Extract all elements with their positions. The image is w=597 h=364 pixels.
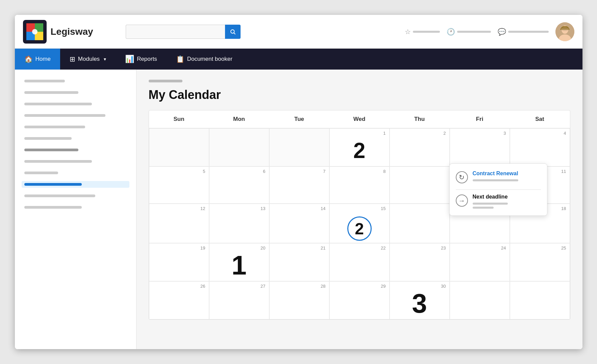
cal-cell-fri-3[interactable]: 3 <box>450 128 510 166</box>
sidebar-item-10[interactable] <box>22 181 129 188</box>
contract-renewal-link[interactable]: Contract Renewal <box>473 171 518 176</box>
sidebar-item-8[interactable] <box>22 158 129 165</box>
cal-cell-wed-15[interactable]: 15 2 <box>329 204 390 243</box>
sidebar-item-3[interactable] <box>22 101 129 107</box>
calendar-tooltip: ↻ Contract Renewal → Next deadlin <box>449 163 547 216</box>
cal-date-27: 27 <box>213 284 266 289</box>
cal-cell-mon-20[interactable]: 20 1 <box>209 243 269 281</box>
cal-date-8: 8 <box>333 169 386 174</box>
svg-point-5 <box>231 30 234 33</box>
calendar-row-2: 5 6 7 8 ↻ <box>149 166 570 204</box>
nav-document-booker[interactable]: 📋 Document booker <box>167 49 242 70</box>
home-icon: 🏠 <box>24 55 33 63</box>
cal-cell-wed-22[interactable]: 22 <box>329 243 390 281</box>
calendar-title: My Calendar <box>149 88 570 102</box>
cal-cell-sat-4[interactable]: 4 <box>510 128 570 166</box>
cal-date-19: 19 <box>153 245 205 251</box>
tooltip-line-1 <box>473 179 518 181</box>
calendar-row-1: 1 2 2 3 4 <box>149 128 570 166</box>
cal-date-3: 3 <box>453 131 506 136</box>
reports-icon: 📊 <box>125 55 134 63</box>
sidebar <box>15 70 136 349</box>
sidebar-item-4[interactable] <box>22 112 129 119</box>
cal-date-6: 6 <box>213 169 266 174</box>
cal-cell-sun-12[interactable]: 12 <box>149 204 209 243</box>
message-icon: 💬 <box>498 28 506 36</box>
sidebar-line-7 <box>24 149 78 151</box>
next-deadline-icon: → <box>456 194 468 207</box>
cal-cell-empty-mon <box>209 128 269 166</box>
svg-line-6 <box>234 33 235 34</box>
document-booker-icon: 📋 <box>176 55 184 63</box>
cal-date-25: 25 <box>514 245 566 251</box>
cal-date-1: 1 <box>333 131 386 136</box>
cal-cell-wed-2[interactable]: 1 2 <box>329 128 390 166</box>
cal-cell-thu-23[interactable]: 23 <box>390 243 450 281</box>
app-name: Legisway <box>51 26 93 37</box>
cal-cell-thu-16[interactable] <box>390 204 450 243</box>
cal-cell-sun-5[interactable]: 5 <box>149 166 209 204</box>
cal-cell-fri-31[interactable] <box>450 281 510 319</box>
avatar[interactable] <box>555 22 574 41</box>
day-thu: Thu <box>390 110 450 128</box>
messages-group[interactable]: 💬 <box>498 28 549 36</box>
cal-cell-mon-13[interactable]: 13 <box>209 204 269 243</box>
cal-cell-sat-32[interactable] <box>510 281 570 319</box>
favorites-group[interactable]: ☆ <box>405 28 440 36</box>
cal-date-14: 14 <box>273 206 326 211</box>
logo-area: Legisway <box>23 20 93 44</box>
sidebar-item-9[interactable] <box>22 170 129 176</box>
cal-cell-mon-27[interactable]: 27 <box>209 281 269 319</box>
tooltip-item-contract: ↻ Contract Renewal <box>456 171 541 183</box>
cal-cell-thu-30[interactable]: 30 3 <box>390 281 450 319</box>
cal-cell-wed-29[interactable]: 29 <box>329 281 390 319</box>
sidebar-item-11[interactable] <box>22 192 129 199</box>
cal-date-4: 4 <box>514 131 566 136</box>
cal-cell-mon-6[interactable]: 6 <box>209 166 269 204</box>
day-fri: Fri <box>450 110 510 128</box>
search-input[interactable] <box>126 25 225 39</box>
cal-date-5: 5 <box>153 169 205 174</box>
sidebar-item-2[interactable] <box>22 89 129 96</box>
cal-cell-tue-21[interactable]: 21 <box>269 243 329 281</box>
nav-modules[interactable]: ⊞ Modules ▾ <box>60 49 116 70</box>
calendar-area: My Calendar Sun Mon Tue Wed Thu Fri Sat <box>136 70 582 349</box>
logo-icon <box>23 20 47 44</box>
cal-cell-sun-26[interactable]: 26 <box>149 281 209 319</box>
cal-date-29: 29 <box>333 284 386 289</box>
sidebar-line-4 <box>24 114 105 117</box>
cal-date-26: 26 <box>153 284 205 289</box>
contract-renewal-icon: ↻ <box>456 171 468 183</box>
cal-cell-sat-25[interactable]: 25 <box>510 243 570 281</box>
cal-cell-sun-19[interactable]: 19 <box>149 243 209 281</box>
sidebar-line-8 <box>24 160 92 163</box>
cal-cell-fri-24[interactable]: 24 <box>450 243 510 281</box>
cal-circled-2: 2 <box>347 216 372 241</box>
cal-cell-tue-14[interactable]: 14 <box>269 204 329 243</box>
nav-home[interactable]: 🏠 Home <box>15 49 60 70</box>
search-area <box>126 25 241 39</box>
tooltip-line-2 <box>473 203 508 205</box>
cal-cell-thu-2[interactable]: 2 <box>390 128 450 166</box>
nav-reports[interactable]: 📊 Reports <box>116 49 167 70</box>
sidebar-item-1[interactable] <box>22 78 129 84</box>
sidebar-item-5[interactable] <box>22 124 129 130</box>
search-button[interactable] <box>225 25 241 39</box>
cal-cell-thu-9[interactable]: ↻ Contract Renewal → Next deadlin <box>390 166 450 204</box>
cal-date-28: 28 <box>273 284 326 289</box>
tooltip-item-deadline: → Next deadline <box>456 194 541 209</box>
cal-cell-wed-8[interactable]: 8 <box>329 166 390 204</box>
cal-cell-tue-28[interactable]: 28 <box>269 281 329 319</box>
day-sun: Sun <box>149 110 209 128</box>
recent-label-placeholder <box>457 31 491 33</box>
cal-date-22: 22 <box>333 245 386 251</box>
cal-cell-tue-7[interactable]: 7 <box>269 166 329 204</box>
sidebar-item-12[interactable] <box>22 204 129 211</box>
recent-group[interactable]: 🕐 <box>447 28 491 36</box>
sidebar-line-9 <box>24 172 58 174</box>
day-mon: Mon <box>209 110 269 128</box>
sidebar-item-6[interactable] <box>22 135 129 142</box>
nav-bar: 🏠 Home ⊞ Modules ▾ 📊 Reports 📋 Document … <box>15 49 582 70</box>
sidebar-item-7[interactable] <box>22 147 129 153</box>
cal-bignum-1: 1 <box>213 252 266 279</box>
